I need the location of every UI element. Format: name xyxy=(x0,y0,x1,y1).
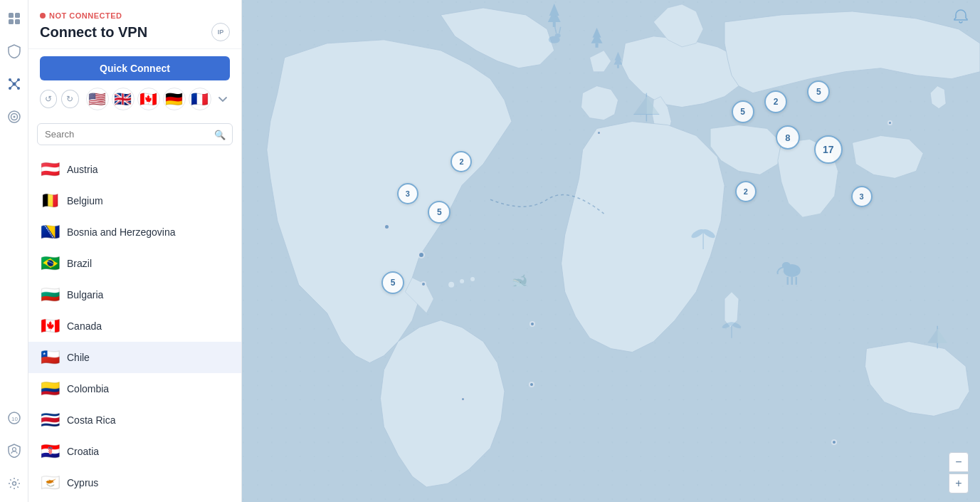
country-name-brazil: Brazil xyxy=(67,258,92,269)
country-item-bosnia[interactable]: 🇧🇦 Bosnia and Herzegovina xyxy=(28,216,241,248)
svg-line-10 xyxy=(14,80,19,84)
country-name-chile: Chile xyxy=(67,352,90,363)
zoom-minus-button[interactable]: − xyxy=(949,452,969,472)
svg-point-18 xyxy=(12,448,16,451)
connection-status: NOT CONNECTED xyxy=(40,11,230,20)
refresh-button[interactable]: ↺ xyxy=(40,90,57,108)
svg-rect-0 xyxy=(9,13,14,18)
search-input[interactable] xyxy=(37,123,233,145)
country-item-colombia[interactable]: 🇨🇴 Colombia xyxy=(28,373,241,404)
map-bubble-ukraine[interactable]: 17 xyxy=(814,135,843,164)
svg-line-9 xyxy=(10,80,14,84)
map-bubble-mexico[interactable]: 5 xyxy=(381,271,404,294)
flag-de[interactable]: 🇩🇪 xyxy=(163,88,186,110)
map-dot-8 xyxy=(831,439,837,445)
map-bubble-ne-us[interactable]: 2 xyxy=(451,151,472,172)
flag-costa-rica: 🇨🇷 xyxy=(40,411,60,429)
status-dot xyxy=(40,13,46,19)
collapse-button[interactable] xyxy=(216,91,230,107)
page-title: Connect to VPN xyxy=(40,24,147,41)
chat-icon[interactable]: 10 xyxy=(4,408,24,428)
search-container: 🔍 xyxy=(28,117,241,151)
map-bubble-poland[interactable]: 8 xyxy=(776,125,800,150)
map-area[interactable]: 🐋 2 5 5 8 17 2 3 2 3 5 5 − + xyxy=(242,0,980,502)
country-name-croatia: Croatia xyxy=(67,446,99,457)
country-item-canada[interactable]: 🇨🇦 Canada xyxy=(28,310,241,342)
settings-icon[interactable] xyxy=(4,474,24,493)
map-bubble-ca-us[interactable]: 3 xyxy=(397,183,418,204)
svg-rect-38 xyxy=(617,65,619,68)
svg-line-12 xyxy=(14,84,19,88)
country-name-canada: Canada xyxy=(67,320,102,332)
country-list: 🇦🇹 Austria 🇧🇪 Belgium 🇧🇦 Bosnia and Herz… xyxy=(28,151,241,502)
ip-badge[interactable]: IP xyxy=(211,23,230,41)
country-item-chile[interactable]: 🇨🇱 Chile xyxy=(28,342,241,373)
country-item-austria[interactable]: 🇦🇹 Austria xyxy=(28,154,241,185)
search-icon: 🔍 xyxy=(214,129,226,140)
svg-rect-41 xyxy=(553,22,556,27)
flag-fr[interactable]: 🇫🇷 xyxy=(189,88,211,110)
flag-us[interactable]: 🇺🇸 xyxy=(86,88,109,110)
flag-colombia: 🇨🇴 xyxy=(40,380,60,398)
country-name-austria: Austria xyxy=(67,164,98,175)
country-name-belgium: Belgium xyxy=(67,195,103,206)
svg-point-47 xyxy=(782,262,791,269)
flag-bulgaria: 🇧🇬 xyxy=(40,286,60,304)
map-dot-2 xyxy=(418,251,425,258)
notification-bell[interactable] xyxy=(953,9,969,28)
country-item-czech[interactable]: 🇨🇿 Czech Republic xyxy=(28,498,241,502)
svg-rect-35 xyxy=(596,43,599,48)
svg-rect-1 xyxy=(15,13,20,18)
map-dot-1 xyxy=(384,224,390,230)
country-name-colombia: Colombia xyxy=(67,383,109,394)
forward-button[interactable]: ↻ xyxy=(61,90,78,108)
flag-ca[interactable]: 🇨🇦 xyxy=(137,88,160,110)
country-item-belgium[interactable]: 🇧🇪 Belgium xyxy=(28,185,241,216)
map-bubble-sweden[interactable]: 5 xyxy=(732,100,754,123)
svg-text:10: 10 xyxy=(11,416,18,422)
flag-belgium: 🇧🇪 xyxy=(40,192,60,210)
country-name-costa-rica: Costa Rica xyxy=(67,414,115,426)
country-item-cyprus[interactable]: 🇨🇾 Cyprus xyxy=(28,467,241,498)
svg-point-43 xyxy=(555,33,561,38)
map-bubble-finland[interactable]: 2 xyxy=(764,90,787,113)
sidebar: NOT CONNECTED Connect to VPN IP Quick Co… xyxy=(28,0,242,502)
map-dot-9 xyxy=(460,397,465,402)
flag-brazil: 🇧🇷 xyxy=(40,254,60,273)
svg-point-23 xyxy=(448,282,454,288)
flag-bosnia: 🇧🇦 xyxy=(40,223,60,241)
zoom-plus-button[interactable]: + xyxy=(949,474,969,493)
map-bubble-turkey[interactable]: 2 xyxy=(735,181,757,202)
target-icon[interactable] xyxy=(4,107,24,127)
header-controls: ↺ ↻ 🇺🇸 🇬🇧 🇨🇦 🇩🇪 🇫🇷 xyxy=(28,88,241,117)
user-shield-icon[interactable] xyxy=(4,441,24,461)
svg-rect-2 xyxy=(9,19,14,24)
svg-line-11 xyxy=(10,84,14,88)
flag-gb[interactable]: 🇬🇧 xyxy=(112,88,135,110)
zoom-controls: − + xyxy=(949,452,969,493)
quick-connect-button[interactable]: Quick Connect xyxy=(40,56,230,80)
grid-icon[interactable] xyxy=(4,9,24,28)
shield-icon[interactable] xyxy=(4,41,24,61)
country-item-bulgaria[interactable]: 🇧🇬 Bulgaria xyxy=(28,279,241,310)
country-item-costa-rica[interactable]: 🇨🇷 Costa Rica xyxy=(28,404,241,436)
svg-point-25 xyxy=(470,277,475,281)
icon-bar: 10 xyxy=(0,0,28,502)
world-map-svg: 🐋 xyxy=(242,0,980,502)
flag-austria: 🇦🇹 xyxy=(40,160,60,179)
svg-rect-3 xyxy=(15,19,20,24)
country-name-cyprus: Cyprus xyxy=(67,477,98,488)
country-name-bulgaria: Bulgaria xyxy=(67,289,103,300)
flag-croatia: 🇭🇷 xyxy=(40,442,60,461)
country-item-brazil[interactable]: 🇧🇷 Brazil xyxy=(28,248,241,279)
map-dot-3 xyxy=(421,281,426,287)
map-bubble-israel[interactable]: 3 xyxy=(851,186,873,207)
map-bubble-russia[interactable]: 5 xyxy=(807,80,830,103)
sidebar-header: NOT CONNECTED Connect to VPN IP xyxy=(28,0,241,49)
flag-canada: 🇨🇦 xyxy=(40,317,60,335)
svg-point-19 xyxy=(12,482,16,486)
country-item-croatia[interactable]: 🇭🇷 Croatia xyxy=(28,436,241,467)
country-name-bosnia: Bosnia and Herzegovina xyxy=(67,226,176,238)
nodes-icon[interactable] xyxy=(4,74,24,94)
svg-text:🐋: 🐋 xyxy=(512,273,528,288)
